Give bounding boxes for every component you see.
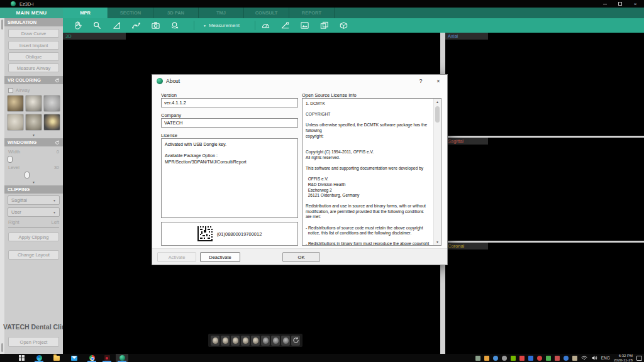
taskbar-file-explorer-button[interactable] — [50, 354, 63, 362]
layout-tool-button[interactable] — [319, 20, 330, 31]
width-slider[interactable] — [8, 156, 13, 163]
taskbar-ez3d-button[interactable] — [116, 354, 128, 362]
clipping-range-track[interactable] — [8, 227, 59, 228]
viewport-sagittal[interactable]: Sagittal — [445, 138, 644, 241]
volume-render-tool-button[interactable] — [338, 20, 350, 31]
angle-measure-tool-button[interactable] — [111, 20, 122, 31]
scrollbar-thumb[interactable] — [1, 343, 3, 352]
sync-icon[interactable] — [546, 356, 551, 361]
level-slider[interactable] — [25, 172, 30, 178]
vr-preset-thumbnail[interactable] — [7, 114, 24, 131]
viewport-coronal[interactable]: Coronal — [445, 243, 644, 354]
taskbar-mail-button[interactable] — [68, 354, 80, 362]
profile-tool-button[interactable] — [260, 20, 272, 31]
taskbar-dev-app-button[interactable] — [101, 354, 113, 362]
oblique-button[interactable]: Oblique — [8, 52, 59, 61]
gpu-icon[interactable] — [511, 356, 516, 361]
clipping-plane-dropdown[interactable]: Sagittal ▼ — [8, 195, 60, 205]
measure-airway-button[interactable]: Measure Airway — [8, 63, 59, 72]
scroll-down-icon[interactable]: ▼ — [434, 240, 441, 244]
tab-section[interactable]: SECTION — [108, 8, 153, 18]
activate-button[interactable]: Activate — [157, 252, 196, 262]
view-ball-2-button[interactable] — [271, 336, 280, 346]
volume-icon[interactable] — [591, 355, 597, 361]
action-center-icon[interactable] — [636, 356, 642, 361]
view-left-front-button[interactable] — [221, 336, 230, 346]
scrollbar-thumb[interactable] — [1, 19, 3, 30]
health-icon[interactable] — [519, 356, 525, 361]
display-icon[interactable] — [475, 356, 480, 361]
oss-scrollbar[interactable]: ▲ ▼ — [433, 99, 441, 245]
vr-preset-thumbnail[interactable] — [25, 114, 42, 131]
antivirus-icon[interactable] — [537, 356, 542, 361]
scrollbar-thumb[interactable] — [435, 106, 440, 123]
area-measure-tool-button[interactable] — [280, 20, 291, 31]
tab-mpr[interactable]: MPR — [63, 8, 108, 18]
language-indicator[interactable]: ENG — [601, 356, 610, 360]
reset-rotation-button[interactable] — [291, 336, 300, 346]
oss-box[interactable]: 1. DCMTK COPYRIGHT Unless otherwise spec… — [302, 98, 441, 246]
zoom-tool-button[interactable] — [91, 20, 103, 31]
barcode-image — [197, 226, 213, 241]
image-gallery-tool-button[interactable] — [299, 20, 311, 31]
app-logo-icon — [11, 1, 16, 6]
refresh-icon[interactable] — [55, 78, 60, 83]
minimize-button[interactable] — [597, 0, 613, 8]
security-icon[interactable] — [555, 356, 560, 361]
dialog-help-button[interactable]: ? — [412, 75, 430, 87]
insert-implant-button[interactable]: Insert Implant — [8, 41, 59, 50]
refresh-icon[interactable] — [55, 140, 60, 145]
device-icon[interactable] — [572, 356, 577, 361]
tab-3dpan[interactable]: 3D PAN — [153, 8, 199, 18]
scroll-up-icon[interactable]: ▲ — [434, 100, 441, 104]
pan-tool-button[interactable] — [72, 20, 83, 31]
maximize-button[interactable] — [613, 0, 628, 8]
view-left-button[interactable] — [231, 336, 240, 346]
collapse-arrow-icon[interactable]: ▼ — [4, 180, 63, 184]
curve-measure-tool-button[interactable] — [130, 20, 142, 31]
vr-preset-thumbnail[interactable] — [25, 95, 42, 112]
draw-curve-button[interactable]: Draw Curve — [8, 29, 59, 38]
ok-button[interactable]: OK — [282, 252, 320, 262]
apply-clipping-button[interactable]: Apply Clipping — [8, 233, 59, 241]
taskbar-chrome-button[interactable] — [86, 354, 98, 362]
sidebar-scrollbar[interactable] — [0, 18, 4, 354]
rotate-3d-tool-button[interactable] — [169, 20, 180, 31]
update-icon[interactable] — [484, 356, 489, 361]
dialog-close-button[interactable]: × — [430, 75, 447, 87]
steam-icon[interactable] — [502, 356, 507, 361]
clipping-mode-dropdown[interactable]: User ▼ — [8, 207, 60, 217]
license-box[interactable]: Activated with USB Dongle key. Available… — [161, 138, 298, 218]
company-field[interactable] — [161, 118, 298, 128]
capture-tool-button[interactable] — [150, 20, 161, 31]
taskbar-edge-button[interactable] — [33, 354, 45, 362]
network-app-icon[interactable] — [564, 356, 569, 361]
start-button[interactable] — [15, 354, 28, 362]
vr-preset-thumbnail[interactable] — [7, 95, 24, 112]
version-field[interactable] — [161, 98, 298, 107]
vr-preset-thumbnail[interactable] — [43, 114, 60, 131]
taskbar-clock[interactable]: 6:32 PM 2020-11-26 — [614, 354, 633, 362]
change-layout-button[interactable]: Change Layout — [8, 250, 59, 260]
measurement-dropdown[interactable]: ▼ Measurement — [199, 23, 250, 28]
close-button[interactable]: × — [628, 0, 643, 8]
wifi-icon[interactable] — [581, 355, 587, 361]
open-project-button[interactable]: Open Project — [8, 337, 59, 347]
remote-icon[interactable] — [528, 356, 533, 361]
main-menu-header[interactable]: MAIN MENU — [0, 8, 63, 18]
vr-preset-thumbnail[interactable] — [43, 95, 60, 112]
windows-start-icon — [19, 355, 25, 361]
view-front-button[interactable] — [211, 336, 219, 346]
collapse-arrow-icon[interactable]: ▼ — [4, 133, 63, 137]
deactivate-button[interactable]: Deactivate — [200, 252, 240, 262]
view-ball-3-button[interactable] — [281, 336, 290, 346]
tab-report[interactable]: REPORT — [289, 8, 335, 18]
airway-checkbox[interactable] — [8, 88, 13, 93]
viewport-axial[interactable]: Axial — [445, 33, 644, 136]
view-ball-1-button[interactable] — [261, 336, 270, 346]
tab-tmj[interactable]: TMJ — [199, 8, 244, 18]
tab-consult[interactable]: CONSULT — [244, 8, 289, 18]
globe-icon[interactable] — [493, 356, 498, 361]
view-right-button[interactable] — [251, 336, 260, 346]
view-back-button[interactable] — [241, 336, 250, 346]
